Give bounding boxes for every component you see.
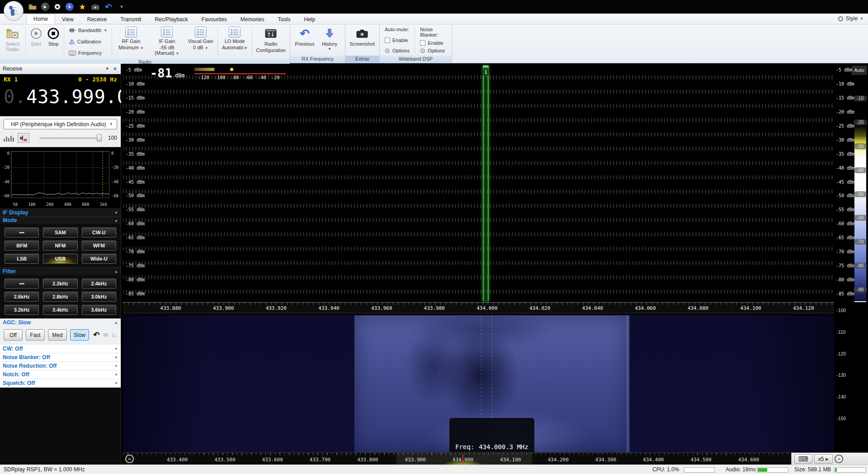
favourite-star-icon[interactable]: ★ (78, 2, 87, 11)
chevron-down-icon[interactable]: ▼ (114, 373, 118, 377)
chevron-up-icon[interactable]: ▲ (114, 270, 118, 274)
visual-gain-button[interactable]: Visual Gain 0 dB ▼ (186, 26, 215, 57)
audio-device-select[interactable]: HP (Périphérique High Definition Audio) … (4, 119, 117, 129)
noise-blanker-checkbox[interactable] (420, 40, 425, 46)
ribbon-tab[interactable]: Memories (234, 15, 271, 24)
auto-mute-enable[interactable]: Enable (385, 38, 410, 43)
toolbar-overflow-icon[interactable]: ▼ (117, 2, 126, 11)
agc-section-header[interactable]: AGC: Slow▲ (0, 318, 121, 326)
waterfall-display[interactable]: Freq:434.000.3 MHz Span:±139.525 kHz (123, 315, 834, 452)
spectrum-display[interactable]: -5 dBm-10 dBm-15 dBm-20 dBm-25 dBm-30 dB… (123, 65, 834, 302)
dsp-row[interactable]: Noise Reduction: Off ▼ (0, 362, 121, 370)
signal-bar[interactable]: 1 (483, 66, 489, 301)
agc-undo-icon[interactable]: ↶ (93, 331, 99, 339)
zoom-button[interactable]: x5▶ (814, 454, 833, 464)
chevron-up-icon[interactable]: ▲ (114, 321, 118, 325)
dsp-row[interactable]: Notch: Off ▼ (0, 370, 121, 379)
audio-spectrum-graph[interactable]: 0-20-40-60 0-20-40-60 501002004008001k6 (0, 147, 121, 209)
mode-button[interactable]: WFM (82, 241, 116, 251)
chevron-up-icon[interactable]: ▲ (114, 218, 118, 223)
noise-blanker-options[interactable]: Options (420, 48, 447, 53)
auto-mute-options[interactable]: Options (385, 48, 410, 53)
filter-section-header[interactable]: Filter▲ (0, 267, 121, 275)
agc-monitor-icon[interactable] (104, 332, 108, 338)
chevron-down-icon[interactable]: ▼ (114, 381, 118, 385)
radio-configuration-button[interactable]: Radio Configuration (255, 26, 288, 57)
auto-mute-checkbox[interactable] (385, 38, 390, 43)
filter-button[interactable]: 2.8kHz (43, 292, 77, 302)
bandwidth-button[interactable]: Bandwidth ▼ (67, 27, 108, 33)
if-display-section-header[interactable]: IF Display▼ (0, 209, 121, 216)
mode-button[interactable]: ••• (5, 228, 39, 237)
ribbon-tab[interactable]: View (55, 15, 80, 24)
filter-button[interactable]: 3.6kHz (82, 305, 116, 315)
ribbon-tab[interactable]: Rec/Playback (148, 15, 194, 24)
ribbon-tab[interactable]: Home (26, 14, 55, 24)
ribbon-tab[interactable]: Favourites (195, 15, 234, 24)
pan-left-button[interactable]: « (125, 455, 134, 463)
style-menu[interactable]: Style ▼ (838, 15, 863, 22)
ribbon-tab[interactable]: Tools (271, 15, 297, 24)
filter-button[interactable]: 2.6kHz (5, 292, 39, 302)
frequency-display[interactable]: RX 1 0 - 2538 Hz 0.433.999.050 (0, 74, 121, 116)
select-radio-button[interactable]: Select Radio (2, 26, 23, 57)
spectrum-frequency-axis[interactable]: 433.880433.900433.920433.940433.960433.9… (123, 302, 834, 313)
stop-icon[interactable]: ■ (53, 3, 61, 11)
filter-button[interactable]: 3.4kHz (43, 305, 77, 315)
ribbon-tab[interactable]: Receive (80, 15, 113, 24)
agc-graph-icon[interactable] (112, 332, 117, 338)
lo-mode-button[interactable]: LO Mode Automatic▼ (220, 26, 250, 57)
filter-button[interactable]: 3.2kHz (5, 305, 39, 315)
filter-button[interactable]: 3.0kHz (82, 292, 116, 302)
audio-graph-plot[interactable] (11, 151, 109, 198)
dsp-row[interactable]: CW: Off ▼ (0, 345, 121, 353)
panel-close-icon[interactable]: ✕ (112, 66, 118, 72)
volume-slider-track[interactable] (39, 137, 102, 139)
undo-icon[interactable]: ↶ (104, 2, 113, 11)
add-icon[interactable]: + (66, 3, 74, 11)
mode-button[interactable]: CW-U (82, 228, 116, 237)
mode-button[interactable]: USB (43, 254, 77, 264)
dsp-row[interactable]: Squelch: Off ▼ (0, 379, 121, 388)
open-folder-icon[interactable] (28, 2, 37, 11)
app-menu-button[interactable] (4, 1, 24, 21)
chevron-down-icon[interactable]: ▼ (114, 364, 118, 368)
chevron-down-icon[interactable]: ▼ (114, 347, 118, 351)
filter-button[interactable]: ••• (5, 279, 39, 289)
tuned-frequency[interactable]: 0.433.999.050 (4, 86, 117, 107)
chevron-down-icon[interactable]: ▼ (114, 356, 118, 360)
ribbon-tab[interactable]: Help (297, 15, 322, 24)
rf-gain-button[interactable]: RF Gain Minimum ▼ (114, 26, 148, 57)
chevron-down-icon[interactable]: ▼ (114, 211, 118, 215)
band-overview-scale[interactable]: 433.400433.500433.600433.700433.800433.9… (123, 452, 868, 465)
mode-button[interactable]: BFM (5, 241, 39, 251)
frequency-entry-button[interactable]: ⌨ (794, 454, 812, 464)
noise-blanker-enable[interactable]: Enable (420, 40, 447, 46)
start-icon[interactable]: ▶ (41, 3, 49, 11)
mode-button[interactable]: LSB (5, 254, 39, 264)
ribbon-tab[interactable]: Transmit (113, 15, 148, 24)
calibration-button[interactable]: Calibration (67, 38, 108, 45)
if-gain-button[interactable]: IF Gain -55 dB (Manual) ▼ (149, 26, 185, 57)
history-button[interactable]: History ▼ (318, 26, 341, 54)
mode-button[interactable]: NFM (43, 241, 77, 251)
agc-button[interactable]: Fast (26, 329, 45, 341)
mode-button[interactable]: Wide-U (82, 254, 116, 264)
screenshot-button[interactable]: Screenshot (348, 26, 377, 54)
filter-button[interactable]: 2.4kHz (82, 279, 116, 289)
filter-button[interactable]: 2.2kHz (43, 279, 77, 289)
agc-button[interactable]: Off (4, 329, 23, 341)
stop-button[interactable]: Stop (45, 26, 61, 57)
pan-right-button[interactable]: » (835, 455, 843, 463)
camera-icon[interactable] (91, 2, 100, 11)
previous-button[interactable]: ↶ Previous (292, 26, 317, 54)
dsp-row[interactable]: Noise Blanker: Off ▼ (0, 353, 121, 362)
mute-button[interactable] (18, 133, 29, 143)
mode-button[interactable]: SAM (43, 228, 77, 237)
equalizer-icon[interactable] (4, 134, 14, 142)
start-button[interactable]: Start (28, 26, 44, 57)
panel-collapse-icon[interactable]: ▼ (103, 66, 112, 71)
volume-slider[interactable] (39, 134, 102, 142)
agc-button[interactable]: Slow (70, 329, 89, 341)
agc-button[interactable]: Med (48, 329, 67, 341)
